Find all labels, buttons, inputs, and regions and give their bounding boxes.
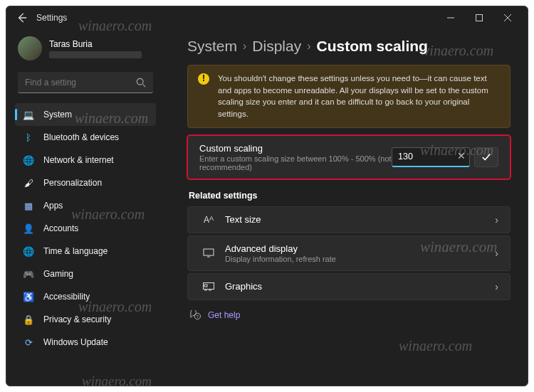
sidebar-item-time[interactable]: 🌐Time & language bbox=[15, 240, 156, 263]
chevron-right-icon: › bbox=[495, 214, 498, 226]
close-icon bbox=[504, 14, 511, 21]
clear-input-button[interactable]: ✕ bbox=[457, 150, 466, 161]
maximize-icon bbox=[476, 14, 483, 21]
window-title: Settings bbox=[36, 13, 67, 23]
check-icon bbox=[481, 152, 491, 162]
apps-icon: ▦ bbox=[22, 199, 35, 212]
settings-window: Settings Taras Buria 💻System ᛒBluetooth bbox=[6, 6, 528, 386]
sidebar-item-label: Gaming bbox=[43, 269, 73, 279]
gaming-icon: 🎮 bbox=[22, 267, 35, 280]
svg-text:?: ? bbox=[197, 314, 199, 319]
chevron-right-icon: › bbox=[495, 281, 498, 292]
custom-scaling-subtitle: Enter a custom scaling size between 100%… bbox=[199, 154, 392, 171]
search-icon bbox=[136, 78, 146, 88]
sidebar-item-label: System bbox=[43, 110, 72, 120]
network-icon: 🌐 bbox=[22, 154, 35, 166]
personalization-icon: 🖌 bbox=[22, 176, 35, 189]
sidebar-item-network[interactable]: 🌐Network & internet bbox=[15, 149, 156, 171]
svg-rect-3 bbox=[204, 282, 214, 289]
text-size-row[interactable]: AA Text size › bbox=[187, 206, 511, 233]
get-help-link[interactable]: ? Get help bbox=[190, 310, 511, 321]
close-button[interactable] bbox=[493, 8, 522, 28]
minimize-button[interactable] bbox=[436, 8, 465, 28]
avatar bbox=[18, 36, 42, 60]
sidebar-item-bluetooth[interactable]: ᛒBluetooth & devices bbox=[15, 126, 156, 149]
sidebar-item-label: Accessibility bbox=[43, 292, 90, 302]
warning-icon: ! bbox=[198, 73, 209, 85]
custom-scaling-title: Custom scaling bbox=[199, 143, 392, 154]
sidebar-item-accounts[interactable]: 👤Accounts bbox=[15, 217, 156, 240]
sidebar-item-label: Network & internet bbox=[43, 155, 114, 165]
help-icon: ? bbox=[190, 310, 201, 321]
sidebar-item-privacy[interactable]: 🔒Privacy & security bbox=[15, 308, 156, 331]
sidebar-item-accessibility[interactable]: ♿Accessibility bbox=[15, 285, 156, 308]
graphics-row[interactable]: Graphics › bbox=[187, 273, 511, 300]
user-name: Taras Buria bbox=[49, 39, 142, 49]
main-content: System › Display › Custom scaling ! You … bbox=[163, 29, 528, 386]
breadcrumb-system[interactable]: System bbox=[187, 38, 237, 55]
bluetooth-icon: ᛒ bbox=[22, 131, 35, 144]
user-email-redacted bbox=[49, 51, 142, 58]
nav-list: 💻System ᛒBluetooth & devices 🌐Network & … bbox=[15, 103, 156, 354]
maximize-button[interactable] bbox=[465, 8, 493, 28]
sidebar-item-label: Accounts bbox=[43, 223, 78, 233]
text-size-title: Text size bbox=[225, 214, 489, 225]
sidebar-item-update[interactable]: ⟳Windows Update bbox=[15, 331, 156, 354]
warning-text: You shouldn't change these settings unle… bbox=[218, 73, 500, 120]
sidebar-item-label: Windows Update bbox=[43, 337, 108, 347]
chevron-right-icon: › bbox=[307, 40, 310, 53]
get-help-label: Get help bbox=[208, 310, 240, 320]
breadcrumb-display[interactable]: Display bbox=[252, 38, 301, 55]
sidebar-item-label: Bluetooth & devices bbox=[43, 132, 119, 142]
accounts-icon: 👤 bbox=[22, 222, 35, 235]
sidebar-item-label: Apps bbox=[43, 201, 63, 211]
svg-point-1 bbox=[137, 78, 143, 85]
svg-rect-2 bbox=[204, 249, 214, 255]
graphics-icon bbox=[199, 282, 218, 291]
time-icon: 🌐 bbox=[22, 245, 35, 258]
sidebar-item-label: Time & language bbox=[43, 246, 108, 256]
search-input[interactable] bbox=[25, 78, 136, 88]
svg-rect-0 bbox=[476, 15, 483, 21]
custom-scaling-row: Custom scaling Enter a custom scaling si… bbox=[187, 135, 511, 179]
display-icon bbox=[199, 248, 218, 258]
breadcrumb: System › Display › Custom scaling bbox=[187, 38, 511, 55]
accessibility-icon: ♿ bbox=[22, 290, 35, 303]
sidebar-item-personalization[interactable]: 🖌Personalization bbox=[15, 171, 156, 194]
advanced-display-title: Advanced display bbox=[225, 243, 489, 254]
advanced-display-sub: Display information, refresh rate bbox=[225, 255, 489, 263]
update-icon: ⟳ bbox=[22, 336, 35, 349]
warning-banner: ! You shouldn't change these settings un… bbox=[187, 65, 511, 128]
search-box[interactable] bbox=[18, 72, 153, 93]
sidebar-item-label: Privacy & security bbox=[43, 314, 111, 324]
breadcrumb-current: Custom scaling bbox=[317, 38, 428, 55]
back-button[interactable] bbox=[12, 8, 32, 28]
sidebar: Taras Buria 💻System ᛒBluetooth & devices… bbox=[6, 29, 163, 386]
minimize-icon bbox=[447, 14, 454, 21]
text-size-icon: AA bbox=[199, 215, 218, 225]
advanced-display-row[interactable]: Advanced display Display information, re… bbox=[187, 235, 511, 271]
sidebar-item-label: Personalization bbox=[43, 178, 102, 188]
related-settings-header: Related settings bbox=[189, 191, 511, 201]
window-controls bbox=[436, 8, 522, 28]
title-bar: Settings bbox=[6, 6, 528, 29]
back-arrow-icon bbox=[17, 13, 27, 23]
graphics-title: Graphics bbox=[225, 281, 489, 292]
chevron-right-icon: › bbox=[243, 40, 246, 53]
svg-rect-4 bbox=[204, 285, 207, 287]
sidebar-item-system[interactable]: 💻System bbox=[15, 103, 156, 126]
user-block[interactable]: Taras Buria bbox=[18, 36, 153, 60]
system-icon: 💻 bbox=[22, 108, 35, 121]
sidebar-item-apps[interactable]: ▦Apps bbox=[15, 194, 156, 217]
chevron-right-icon: › bbox=[495, 248, 498, 259]
confirm-button[interactable] bbox=[474, 147, 498, 167]
privacy-icon: 🔒 bbox=[22, 313, 35, 326]
sidebar-item-gaming[interactable]: 🎮Gaming bbox=[15, 263, 156, 285]
